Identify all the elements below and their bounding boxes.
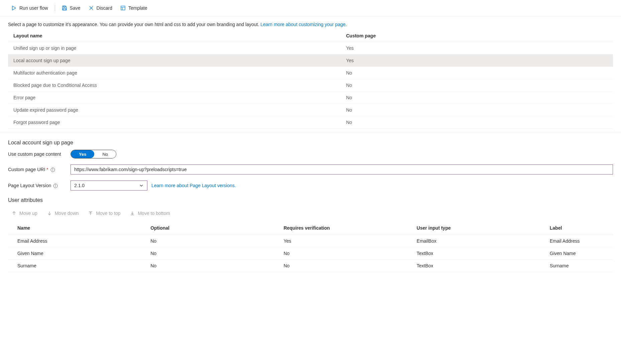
svg-marker-0 [12, 6, 16, 10]
attribute-cell-label: Email Address [540, 235, 613, 247]
svg-point-11 [55, 185, 56, 185]
attribute-cell-label: Surname [540, 260, 613, 272]
layout-row-custom: No [341, 92, 613, 104]
move-down-button[interactable]: Move down [43, 209, 82, 218]
layout-row-name: Forgot password page [8, 116, 341, 129]
custom-uri-row: Custom page URI * [8, 164, 613, 174]
toggle-no[interactable]: No [94, 150, 116, 158]
intro-body: Select a page to customize it's appearan… [8, 22, 260, 27]
attr-optional-header: Optional [141, 221, 274, 235]
arrow-top-icon [88, 211, 93, 216]
attribute-cell-inputType: EmailBox [407, 235, 540, 247]
play-icon [11, 5, 17, 11]
layout-row[interactable]: Unified sign up or sign in pageYes [8, 42, 613, 54]
attr-inputtype-header: User input type [407, 221, 540, 235]
required-indicator: * [46, 167, 48, 172]
layout-row-custom: No [341, 79, 613, 92]
layout-row-name: Error page [8, 92, 341, 104]
attribute-cell-requires: No [274, 247, 407, 260]
layout-table: Layout name Custom page Unified sign up … [8, 30, 613, 129]
detail-title: Local account sign up page [8, 140, 613, 146]
custom-uri-label-text: Custom page URI [8, 167, 45, 172]
command-bar: Run user flow Save Discard Template [0, 0, 621, 16]
version-label: Page Layout Version [8, 183, 67, 188]
layout-row[interactable]: Multifactor authentication pageNo [8, 67, 613, 79]
layout-row-name: Blocked page due to Conditional Access [8, 79, 341, 92]
attribute-cell-inputType: TextBox [407, 247, 540, 260]
arrow-bottom-icon [130, 211, 135, 216]
run-user-flow-label: Run user flow [19, 5, 48, 11]
svg-rect-2 [63, 8, 66, 10]
run-user-flow-button[interactable]: Run user flow [8, 3, 51, 13]
attribute-cell-optional: No [141, 235, 274, 247]
layout-row[interactable]: Forgot password pageNo [8, 116, 613, 129]
save-button[interactable]: Save [58, 3, 84, 13]
layout-row-name: Unified sign up or sign in page [8, 42, 341, 54]
layout-row-custom: No [341, 116, 613, 129]
move-bottom-label: Move to bottom [138, 211, 170, 216]
intro-text: Select a page to customize it's appearan… [8, 22, 613, 27]
attribute-cell-requires: No [274, 260, 407, 272]
layout-name-header: Layout name [8, 30, 341, 42]
version-label-text: Page Layout Version [8, 183, 51, 188]
main-content: Select a page to customize it's appearan… [0, 16, 621, 129]
layout-row-name: Update expired password page [8, 104, 341, 116]
page-layout-version-row: Page Layout Version Learn more about Pag… [8, 180, 613, 191]
layout-row-name: Local account sign up page [8, 54, 341, 67]
attribute-cell-optional: No [141, 247, 274, 260]
save-icon [62, 5, 67, 11]
custom-uri-input[interactable] [71, 164, 613, 174]
layout-row[interactable]: Update expired password pageNo [8, 104, 613, 116]
toolbar-divider [55, 5, 55, 11]
template-icon [120, 5, 126, 11]
layout-row[interactable]: Blocked page due to Conditional AccessNo [8, 79, 613, 92]
layout-row-custom: No [341, 67, 613, 79]
attribute-cell-name: Email Address [8, 235, 141, 247]
arrow-up-icon [11, 211, 17, 216]
attribute-row[interactable]: Given NameNoNoTextBoxGiven Name [8, 247, 613, 260]
move-up-button[interactable]: Move up [8, 209, 41, 218]
attribute-cell-label: Given Name [540, 247, 613, 260]
version-select-wrap [71, 180, 147, 191]
move-to-bottom-button[interactable]: Move to bottom [126, 209, 173, 218]
info-icon[interactable] [50, 167, 55, 172]
discard-label: Discard [97, 5, 112, 11]
save-label: Save [70, 5, 81, 11]
attribute-cell-inputType: TextBox [407, 260, 540, 272]
attr-name-header: Name [8, 221, 141, 235]
svg-rect-1 [64, 6, 65, 7]
layout-row[interactable]: Error pageNo [8, 92, 613, 104]
attribute-row[interactable]: Email AddressNoYesEmailBoxEmail Address [8, 235, 613, 247]
layout-row-custom: Yes [341, 54, 613, 67]
move-to-top-button[interactable]: Move to top [85, 209, 124, 218]
attr-label-header: Label [540, 221, 613, 235]
layout-row-name: Multifactor authentication page [8, 67, 341, 79]
layout-row[interactable]: Local account sign up pageYes [8, 54, 613, 67]
use-custom-row: Use custom page content Yes No [8, 150, 613, 158]
user-attributes-title: User attributes [8, 197, 613, 203]
attributes-table: Name Optional Requires verification User… [8, 221, 613, 272]
info-icon[interactable] [53, 184, 58, 188]
version-select[interactable] [71, 180, 147, 191]
layout-row-custom: No [341, 104, 613, 116]
template-button[interactable]: Template [117, 3, 151, 13]
attribute-cell-name: Given Name [8, 247, 141, 260]
move-up-label: Move up [19, 211, 37, 216]
use-custom-label: Use custom page content [8, 151, 67, 157]
learn-more-customize-link[interactable]: Learn more about customizing your page. [260, 22, 347, 27]
attr-requires-header: Requires verification [274, 221, 407, 235]
layout-detail-section: Local account sign up page Use custom pa… [0, 133, 621, 272]
attribute-row[interactable]: SurnameNoNoTextBoxSurname [8, 260, 613, 272]
toggle-yes[interactable]: Yes [71, 150, 94, 158]
svg-rect-5 [121, 6, 125, 10]
attribute-cell-optional: No [141, 260, 274, 272]
arrow-down-icon [47, 211, 52, 216]
attribute-cell-requires: Yes [274, 235, 407, 247]
discard-button[interactable]: Discard [85, 3, 116, 13]
version-learn-more-link[interactable]: Learn more about Page Layout versions. [151, 183, 236, 188]
close-icon [89, 5, 94, 11]
move-toolbar: Move up Move down Move to top Move to bo… [8, 207, 613, 221]
layout-row-custom: Yes [341, 42, 613, 54]
move-down-label: Move down [55, 211, 79, 216]
use-custom-toggle[interactable]: Yes No [71, 150, 116, 158]
